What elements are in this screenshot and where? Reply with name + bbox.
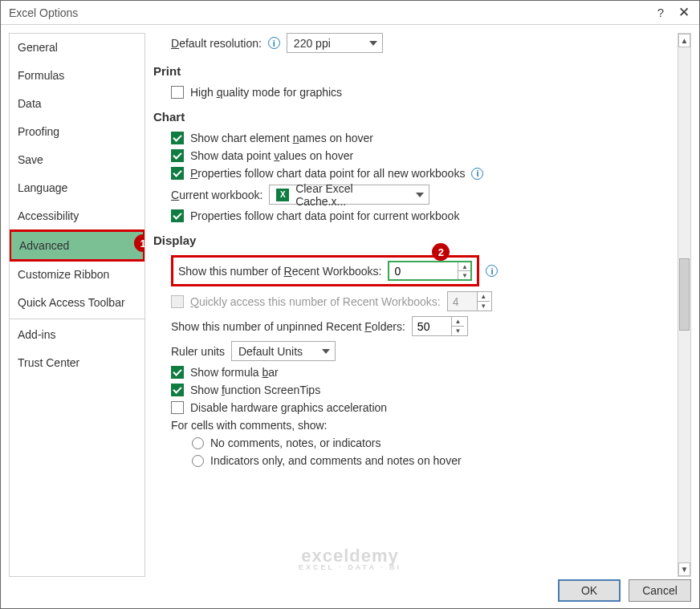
recent-folders-spinner[interactable]: ▲▼ [412, 316, 468, 336]
sidebar-item-formulas[interactable]: Formulas [10, 62, 144, 90]
section-chart: Chart [153, 110, 677, 124]
quick-access-row: Quickly access this number of Recent Wor… [171, 291, 677, 311]
combo-value: 220 ppi [294, 37, 331, 50]
comments-opt1-row[interactable]: No comments, notes, or indicators [192, 436, 677, 449]
quick-access-label: Quickly access this number of Recent Wor… [190, 295, 441, 308]
sidebar-item-customize-ribbon[interactable]: Customize Ribbon [10, 261, 144, 289]
annotation-badge-2: 2 [432, 243, 450, 261]
ruler-units-combo[interactable]: Default Units [231, 341, 336, 361]
chevron-down-icon [416, 193, 424, 197]
sidebar-item-general[interactable]: General [10, 34, 144, 62]
comments-label: For cells with comments, show: [171, 419, 328, 432]
formula-bar-row[interactable]: Show formula bar [171, 366, 677, 379]
chart-props-new-label: Properties follow chart data point for a… [190, 167, 465, 180]
current-workbook-combo[interactable]: X Clear Excel Cache.x... [269, 185, 429, 205]
recent-workbooks-input[interactable] [389, 262, 458, 279]
default-resolution-combo[interactable]: 220 ppi [287, 33, 383, 53]
sidebar-item-trust-center[interactable]: Trust Center [10, 349, 144, 377]
excel-file-icon: X [276, 189, 289, 201]
screentips-row[interactable]: Show function ScreenTips [171, 384, 677, 396]
main-area: General Formulas Data Proofing Save Lang… [1, 25, 699, 577]
high-quality-row[interactable]: High quality mode for graphics [171, 86, 677, 99]
sidebar-item-label: Advanced [19, 239, 69, 252]
info-icon[interactable]: i [471, 168, 483, 180]
spinner-buttons[interactable]: ▲▼ [451, 317, 464, 335]
sidebar: General Formulas Data Proofing Save Lang… [9, 33, 145, 577]
recent-workbooks-row: Show this number of Recent Workbooks: ▲▼… [171, 255, 677, 286]
checkbox-chart-props-current[interactable] [171, 209, 184, 222]
checkbox-high-quality[interactable] [171, 86, 184, 99]
section-print: Print [153, 64, 677, 78]
quick-access-spinner: ▲▼ [447, 291, 492, 311]
window-title: Excel Options [9, 6, 78, 19]
combo-value: Clear Excel Cache.x... [295, 182, 405, 208]
scroll-up-icon[interactable]: ▲ [678, 34, 690, 47]
radio-no-comments[interactable] [192, 437, 204, 449]
checkbox-formula-bar[interactable] [171, 366, 184, 379]
checkbox-disable-hw[interactable] [171, 401, 184, 414]
chart-values-label: Show data point values on hover [190, 149, 353, 162]
chart-props-current-label: Properties follow chart data point for c… [190, 209, 459, 222]
spinner-buttons[interactable]: ▲▼ [458, 262, 470, 279]
sidebar-separator [10, 319, 144, 319]
formula-bar-label: Show formula bar [190, 366, 279, 379]
screentips-label: Show function ScreenTips [190, 384, 320, 396]
recent-workbooks-label: Show this number of Recent Workbooks: [178, 265, 381, 278]
info-icon[interactable]: i [486, 265, 498, 277]
chart-props-current-row[interactable]: Properties follow chart data point for c… [171, 209, 677, 222]
sidebar-item-proofing[interactable]: Proofing [10, 118, 144, 146]
default-resolution-row: Default resolution: i 220 ppi [171, 33, 677, 53]
chart-values-row[interactable]: Show data point values on hover [171, 149, 677, 162]
sidebar-item-quick-access-toolbar[interactable]: Quick Access Toolbar [10, 289, 144, 317]
dialog-footer: OK Cancel [558, 579, 691, 602]
scroll-thumb[interactable] [679, 258, 690, 331]
titlebar: Excel Options ? ✕ [1, 1, 699, 25]
current-workbook-row: Current workbook: X Clear Excel Cache.x.… [171, 185, 677, 205]
checkbox-quick-access [171, 295, 184, 308]
chevron-down-icon [322, 349, 330, 354]
section-display: Display [153, 233, 677, 247]
spinner-buttons: ▲▼ [477, 292, 490, 311]
ok-button[interactable]: OK [558, 579, 621, 602]
comments-label-row: For cells with comments, show: [171, 419, 677, 432]
comments-opt2-row[interactable]: Indicators only, and comments and notes … [192, 454, 677, 467]
recent-folders-label: Show this number of unpinned Recent Fold… [171, 320, 405, 333]
scroll-down-icon[interactable]: ▼ [678, 562, 690, 576]
checkbox-screentips[interactable] [171, 384, 184, 396]
sidebar-item-accessibility[interactable]: Accessibility [10, 202, 144, 230]
sidebar-item-save[interactable]: Save [10, 146, 144, 174]
radio-indicators-only[interactable] [192, 455, 204, 467]
annotation-badge-1: 1 [134, 234, 145, 252]
high-quality-label: High quality mode for graphics [190, 86, 342, 99]
checkbox-chart-names[interactable] [171, 132, 184, 144]
sidebar-item-advanced[interactable]: Advanced 1 [9, 229, 145, 262]
chart-props-new-row[interactable]: Properties follow chart data point for a… [171, 167, 677, 180]
disable-hw-label: Disable hardware graphics acceleration [190, 401, 387, 414]
annotation-box-2: Show this number of Recent Workbooks: ▲▼… [171, 255, 479, 286]
recent-workbooks-spinner[interactable]: ▲▼ [388, 261, 472, 281]
default-resolution-label: Default resolution: [171, 37, 262, 50]
recent-folders-row: Show this number of unpinned Recent Fold… [171, 316, 677, 336]
sidebar-item-data[interactable]: Data [10, 90, 144, 118]
combo-value: Default Units [238, 345, 303, 358]
recent-folders-input[interactable] [413, 317, 451, 335]
checkbox-chart-props-new[interactable] [171, 167, 184, 180]
cancel-button[interactable]: Cancel [629, 579, 691, 602]
chevron-down-icon [369, 41, 377, 46]
info-icon[interactable]: i [268, 37, 280, 49]
vertical-scrollbar[interactable]: ▲ ▼ [678, 33, 691, 577]
sidebar-item-add-ins[interactable]: Add-ins [10, 321, 144, 349]
chart-names-row[interactable]: Show chart element names on hover [171, 132, 677, 144]
close-icon[interactable]: ✕ [675, 4, 693, 21]
comments-opt2-label: Indicators only, and comments and notes … [210, 454, 462, 467]
window-controls: ? ✕ [657, 4, 693, 21]
content-pane: Default resolution: i 220 ppi Print High… [153, 33, 691, 577]
chart-names-label: Show chart element names on hover [190, 132, 373, 144]
disable-hw-row[interactable]: Disable hardware graphics acceleration [171, 401, 677, 414]
sidebar-item-language[interactable]: Language [10, 174, 144, 202]
checkbox-chart-values[interactable] [171, 149, 184, 162]
ruler-units-label: Ruler units [171, 345, 225, 358]
help-icon[interactable]: ? [657, 6, 664, 19]
comments-opt1-label: No comments, notes, or indicators [210, 436, 381, 449]
current-workbook-label: Current workbook: [171, 189, 262, 201]
